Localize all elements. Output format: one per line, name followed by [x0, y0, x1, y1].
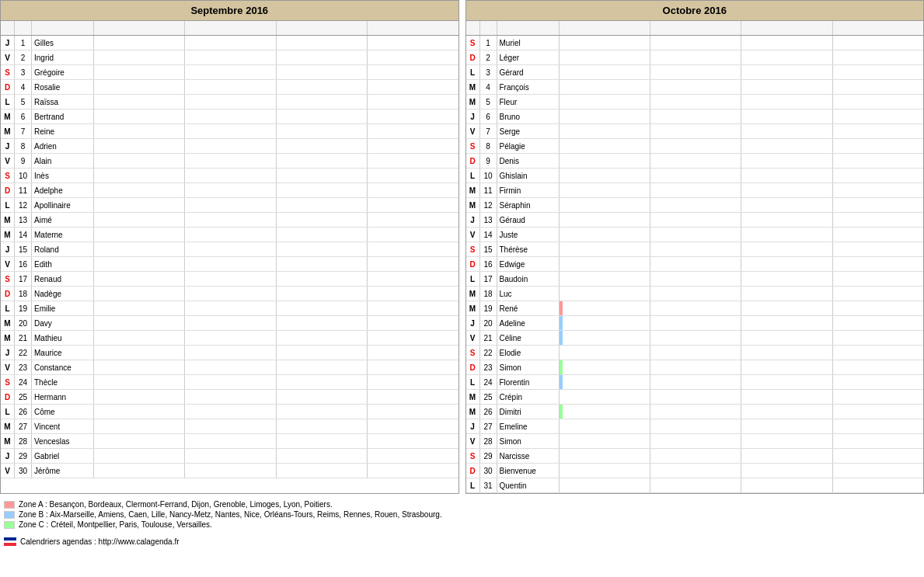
table-row: J1Gilles [1, 36, 459, 50]
sep-col-h7 [368, 21, 458, 35]
day-extra-col [833, 154, 923, 168]
day-extra-col [833, 50, 923, 64]
day-extra-col [741, 257, 832, 271]
table-row: J20Adeline [466, 316, 924, 331]
table-row: J6Bruno [466, 109, 924, 124]
september-days-container: J1GillesV2IngridS3GrégoireD4RosalieL5Raï… [1, 36, 459, 478]
day-number: 5 [15, 95, 32, 109]
day-extra-col [185, 139, 276, 153]
day-extra-col [560, 331, 650, 345]
day-letter: J [466, 109, 480, 123]
day-extra-col [560, 434, 650, 448]
day-number: 21 [15, 331, 32, 345]
table-row: M12Séraphin [466, 198, 924, 213]
legend-box-a [4, 501, 15, 509]
day-number: 14 [480, 228, 497, 242]
day-name: Simon [497, 434, 560, 448]
day-name: Grégoire [32, 65, 94, 79]
day-extra-col [368, 198, 458, 212]
day-extra-col [560, 375, 650, 389]
day-letter: M [466, 405, 480, 419]
september-calendar: Septembre 2016 J1GillesV2IngridS3Grégoir… [0, 0, 459, 494]
day-number: 9 [480, 154, 497, 168]
day-name: Géraud [497, 213, 560, 227]
day-extra-col [650, 464, 741, 478]
day-extra-col [560, 50, 650, 64]
day-letter: L [1, 405, 15, 419]
day-extra-col [650, 478, 741, 492]
day-extra-col [650, 65, 741, 79]
table-row: D9Denis [466, 154, 924, 169]
day-extra-col [650, 405, 741, 419]
day-letter: M [1, 213, 15, 227]
table-row: M21Mathieu [1, 331, 459, 346]
day-extra-col [650, 287, 741, 301]
day-extra-col [277, 287, 368, 301]
day-extra-col [277, 228, 368, 242]
day-letter: D [466, 50, 480, 64]
day-extra-col [185, 154, 276, 168]
day-extra-col [741, 109, 832, 123]
table-row: M13Aimé [1, 213, 459, 228]
day-number: 12 [15, 198, 32, 212]
day-name: Thérèse [497, 242, 560, 256]
day-extra-col [277, 346, 368, 360]
day-number: 31 [480, 478, 497, 492]
day-extra-col [560, 154, 650, 168]
day-extra-col [94, 346, 185, 360]
day-extra-col [94, 301, 185, 315]
day-extra-col [650, 109, 741, 123]
table-row: S15Thérèse [466, 242, 924, 257]
day-name: Rosalie [32, 80, 94, 94]
day-extra-col [741, 139, 832, 153]
day-extra-col [94, 375, 185, 389]
day-number: 2 [480, 50, 497, 64]
main-container: Septembre 2016 J1GillesV2IngridS3Grégoir… [0, 0, 924, 548]
table-row: M6Bertrand [1, 109, 459, 124]
day-name: Constance [32, 360, 94, 374]
day-letter: S [466, 449, 480, 463]
day-letter: S [1, 272, 15, 286]
day-number: 24 [480, 375, 497, 389]
day-extra-col [650, 272, 741, 286]
day-extra-col [94, 95, 185, 109]
day-extra-col [94, 109, 185, 123]
day-name: Aimé [32, 213, 94, 227]
day-extra-col [368, 95, 458, 109]
oct-col-h4 [560, 21, 650, 35]
table-row: S24Thècle [1, 375, 459, 390]
day-extra-col [833, 375, 923, 389]
day-extra-col [185, 50, 276, 64]
day-letter: M [466, 287, 480, 301]
day-extra-col [368, 449, 458, 463]
day-extra-col [650, 434, 741, 448]
day-letter: M [466, 301, 480, 315]
day-extra-col [185, 228, 276, 242]
day-extra-col [368, 50, 458, 64]
day-letter: V [466, 228, 480, 242]
day-extra-col [741, 346, 832, 360]
day-letter: J [466, 419, 480, 433]
day-name: Séraphin [497, 198, 560, 212]
day-number: 9 [15, 154, 32, 168]
table-row: M7Reine [1, 124, 459, 139]
day-extra-col [368, 124, 458, 138]
day-number: 22 [15, 346, 32, 360]
day-extra-col [741, 434, 832, 448]
day-extra-col [741, 478, 832, 492]
day-extra-col [94, 213, 185, 227]
day-extra-col [650, 228, 741, 242]
day-letter: L [466, 478, 480, 492]
day-extra-col [277, 95, 368, 109]
day-extra-col [185, 331, 276, 345]
day-extra-col [741, 301, 832, 315]
day-extra-col [185, 464, 276, 478]
day-extra-col [650, 36, 741, 50]
sep-col-h4 [94, 21, 185, 35]
table-row: L17Baudoin [466, 272, 924, 287]
table-row: V7Serge [466, 124, 924, 139]
day-extra-col [185, 213, 276, 227]
day-extra-col [185, 109, 276, 123]
day-name: François [497, 80, 560, 94]
day-extra-col [560, 183, 650, 197]
